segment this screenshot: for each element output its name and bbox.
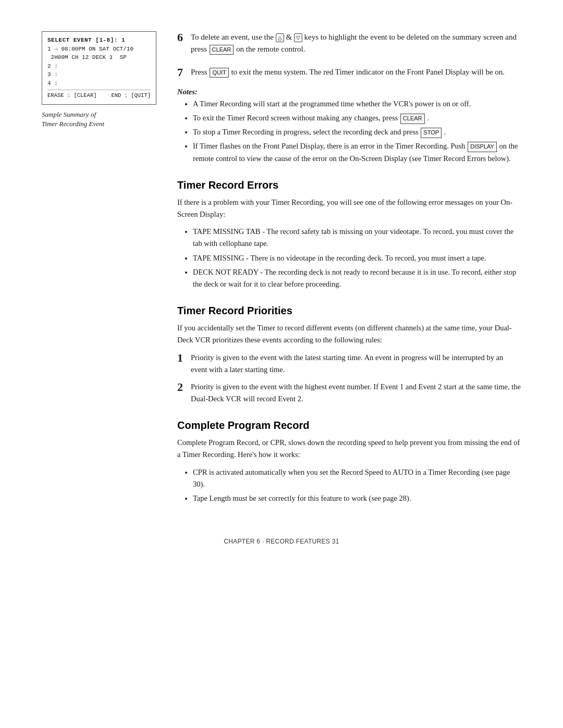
- priority-num-2: 2: [177, 381, 187, 393]
- notes-item-4: If Timer flashes on the Front Panel Disp…: [193, 140, 521, 164]
- page-footer: CHAPTER 6 · RECORD FEATURES 31: [42, 538, 521, 545]
- step-7-text: Press QUIT to exit the menu system. The …: [191, 66, 521, 78]
- footer-text: CHAPTER 6 · RECORD FEATURES 31: [224, 538, 339, 545]
- step-7-block: 7 Press QUIT to exit the menu system. Th…: [177, 66, 521, 79]
- timer-error-item-3: DECK NOT READY - The recording deck is n…: [193, 266, 521, 290]
- notes-label: Notes:: [177, 88, 198, 96]
- quit-key: QUIT: [210, 68, 228, 78]
- screen-line-2: 2H00M CH 12 DECK 1 SP: [47, 53, 151, 62]
- timer-priorities-intro: If you accidentally set the Timer to rec…: [177, 322, 521, 346]
- timer-errors-intro: If there is a problem with your Timer Re…: [177, 196, 521, 220]
- timer-error-item-2: TAPE MISSING - There is no videotape in …: [193, 252, 521, 264]
- notes-item-2: To exit the Timer Record screen without …: [193, 112, 521, 124]
- step-6-block: 6 To delete an event, use the △ & ▽ keys…: [177, 31, 521, 56]
- priority-item-2: 2 Priority is given to the event with th…: [177, 381, 521, 405]
- timer-errors-heading: Timer Record Errors: [177, 179, 521, 191]
- notes-block: Notes: A Timer Recording will start at t…: [177, 86, 521, 165]
- complete-program-list: CPR is activated automatically when you …: [193, 466, 521, 505]
- right-column: 6 To delete an event, use the △ & ▽ keys…: [177, 31, 521, 507]
- step-7-number: 7: [177, 66, 187, 79]
- notes-item-3: To stop a Timer Recording in progress, s…: [193, 126, 521, 138]
- priority-num-1: 1: [177, 352, 187, 364]
- screen-line-5: 4 :: [47, 79, 151, 88]
- cpr-item-1: CPR is activated automatically when you …: [193, 466, 521, 490]
- timer-errors-list: TAPE MISSING TAB - The record safety tab…: [193, 226, 521, 290]
- screen-end: END : [QUIT]: [111, 92, 151, 100]
- screen-caption: Sample Summary of Timer Recording Event: [42, 110, 156, 129]
- left-column: SELECT EVENT [1-8]: 1 1 → 08:00PM ON SAT…: [42, 31, 156, 129]
- clear-key: CLEAR: [210, 45, 234, 55]
- timer-error-item-1: TAPE MISSING TAB - The record safety tab…: [193, 226, 521, 250]
- timer-priorities-heading: Timer Record Priorities: [177, 305, 521, 317]
- complete-program-heading: Complete Program Record: [177, 419, 521, 431]
- step-6-number: 6: [177, 31, 187, 44]
- priority-text-1: Priority is given to the event with the …: [191, 352, 521, 376]
- screen-bottom-bar: ERASE : [CLEAR] END : [QUIT]: [47, 90, 151, 100]
- cpr-item-2: Tape Length must be set correctly for th…: [193, 492, 521, 504]
- priority-text-2: Priority is given to the event with the …: [191, 381, 521, 405]
- step-6-text: To delete an event, use the △ & ▽ keys t…: [191, 31, 521, 56]
- display-key: DISPLAY: [468, 142, 497, 152]
- arrow-down-icon: ▽: [294, 33, 302, 43]
- screen-line-1: 1 → 08:00PM ON SAT OCT/10: [47, 45, 151, 54]
- notes-item-1: A Timer Recording will start at the prog…: [193, 98, 521, 110]
- clear-key-note: CLEAR: [400, 114, 425, 124]
- priority-item-1: 1 Priority is given to the event with th…: [177, 352, 521, 376]
- arrow-up-icon: △: [276, 33, 284, 43]
- page-layout: SELECT EVENT [1-8]: 1 1 → 08:00PM ON SAT…: [42, 31, 521, 507]
- screen-line-3: 2 :: [47, 62, 151, 71]
- complete-program-intro: Complete Program Record, or CPR, slows d…: [177, 437, 521, 461]
- screen-select-event: SELECT EVENT [1-8]: 1: [47, 36, 151, 45]
- notes-list: A Timer Recording will start at the prog…: [193, 98, 521, 165]
- sample-screen-box: SELECT EVENT [1-8]: 1 1 → 08:00PM ON SAT…: [42, 31, 156, 105]
- screen-erase: ERASE : [CLEAR]: [47, 92, 97, 100]
- stop-key: STOP: [421, 128, 442, 138]
- screen-line-4: 3 :: [47, 70, 151, 79]
